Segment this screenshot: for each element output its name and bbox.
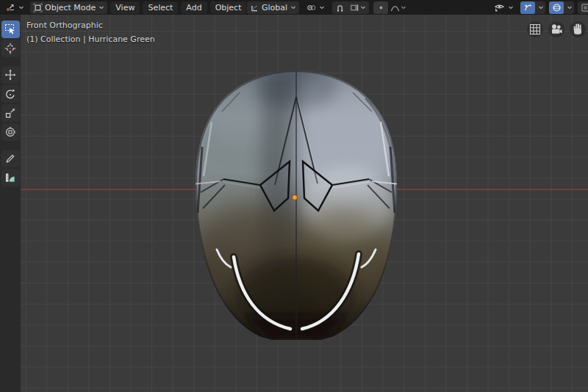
chevron-down-icon bbox=[319, 4, 325, 10]
gizmo-toggle-button[interactable] bbox=[520, 1, 535, 14]
transform-tool-icon bbox=[4, 126, 16, 138]
proportional-editing-icon bbox=[376, 3, 386, 12]
editor-type-selector[interactable] bbox=[2, 1, 27, 14]
menu-object[interactable]: Object bbox=[210, 1, 247, 14]
viewport-nav-controls bbox=[527, 21, 586, 37]
viewport-overlay-text: Front Orthographic (1) Collection | Hurr… bbox=[26, 21, 155, 44]
chevron-down-icon bbox=[508, 4, 514, 10]
editor-header: Object Mode View Select Add Object Globa… bbox=[0, 0, 588, 15]
viewport-canvas[interactable]: Front Orthographic (1) Collection | Hurr… bbox=[21, 15, 588, 392]
menu-select[interactable]: Select bbox=[143, 1, 178, 14]
overlays-group bbox=[549, 1, 574, 14]
editor-type-3d-viewport-icon bbox=[5, 2, 15, 12]
tool-measure[interactable] bbox=[1, 169, 20, 186]
object-mode-icon bbox=[33, 3, 43, 12]
pan-hand-icon bbox=[570, 21, 586, 37]
proportional-editing-toggle[interactable] bbox=[373, 1, 388, 14]
tool-move[interactable] bbox=[1, 66, 20, 84]
measure-protractor-icon bbox=[4, 172, 16, 184]
gizmo-toggle-icon bbox=[523, 3, 533, 12]
overlays-toggle-icon bbox=[552, 3, 562, 12]
view-name-label: Front Orthographic bbox=[26, 21, 155, 30]
camera-view-icon bbox=[548, 21, 564, 37]
snap-magnet-icon bbox=[335, 3, 345, 12]
transform-orientation-dropdown[interactable]: Global bbox=[247, 1, 299, 14]
snap-target-dropdown[interactable] bbox=[347, 1, 369, 14]
mode-dropdown[interactable]: Object Mode bbox=[30, 1, 107, 14]
move-tool-icon bbox=[4, 69, 16, 81]
select-box-icon bbox=[4, 23, 16, 35]
xray-toggle-icon bbox=[581, 3, 588, 12]
tool-rotate[interactable] bbox=[1, 85, 20, 103]
menu-add[interactable]: Add bbox=[181, 1, 207, 14]
snap-toggle-button[interactable] bbox=[332, 1, 347, 14]
visibility-eye-icon bbox=[494, 2, 505, 12]
chevron-down-icon bbox=[98, 4, 104, 10]
tool-cursor[interactable] bbox=[1, 40, 20, 57]
falloff-curve-icon bbox=[390, 3, 400, 12]
chevron-down-icon bbox=[360, 4, 366, 10]
mode-dropdown-label: Object Mode bbox=[45, 3, 96, 12]
gizmo-dropdown[interactable] bbox=[535, 1, 545, 14]
pivot-point-icon bbox=[306, 3, 316, 12]
overlays-toggle-button[interactable] bbox=[549, 1, 564, 14]
tool-scale[interactable] bbox=[1, 104, 20, 122]
chevron-down-icon bbox=[401, 4, 406, 10]
tool-transform[interactable] bbox=[1, 123, 20, 141]
proportional-group bbox=[373, 1, 409, 14]
pivot-point-dropdown[interactable] bbox=[304, 1, 328, 14]
pan-hand-button[interactable] bbox=[570, 21, 586, 37]
menu-view[interactable]: View bbox=[110, 1, 140, 14]
overlays-dropdown[interactable] bbox=[564, 1, 574, 14]
chevron-down-icon bbox=[18, 4, 24, 10]
scale-tool-icon bbox=[4, 107, 16, 119]
orientation-label: Global bbox=[262, 3, 287, 12]
x-axis-line bbox=[21, 189, 588, 190]
snap-target-icon bbox=[350, 3, 359, 12]
rotate-tool-icon bbox=[4, 88, 16, 100]
gizmo-group bbox=[520, 1, 545, 14]
tool-select-box[interactable] bbox=[1, 21, 20, 38]
falloff-dropdown[interactable] bbox=[388, 1, 409, 14]
tool-sidebar bbox=[0, 15, 21, 392]
camera-view-button[interactable] bbox=[548, 21, 564, 37]
tool-annotate[interactable] bbox=[1, 150, 20, 167]
collection-object-label: (1) Collection | Hurricane Green bbox=[26, 35, 155, 44]
annotate-pencil-icon bbox=[4, 153, 16, 164]
object-visibility-dropdown[interactable] bbox=[491, 1, 517, 14]
chevron-down-icon bbox=[538, 4, 544, 10]
xray-toggle-button[interactable] bbox=[578, 1, 588, 14]
orientation-global-icon bbox=[250, 3, 259, 12]
chevron-down-icon bbox=[290, 4, 296, 10]
grid-ortho-icon bbox=[527, 21, 543, 37]
ortho-grid-button[interactable] bbox=[527, 21, 543, 37]
cursor-tool-icon bbox=[4, 43, 16, 54]
snap-group bbox=[332, 1, 369, 14]
chevron-down-icon bbox=[567, 4, 573, 10]
